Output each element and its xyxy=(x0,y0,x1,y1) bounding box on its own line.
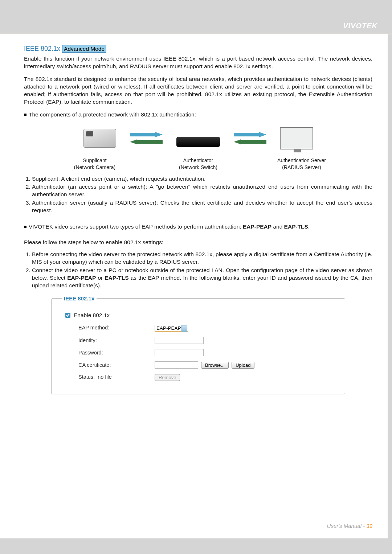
eap-peap-bold: EAP-PEAP xyxy=(243,223,271,230)
components-intro: The components of a protected network wi… xyxy=(24,111,372,119)
svg-marker-0 xyxy=(130,132,163,137)
supplicant-device-icon xyxy=(80,125,120,151)
upload-button[interactable]: Upload xyxy=(232,362,254,369)
svg-marker-1 xyxy=(130,139,163,144)
page-footer: User's Manual - 39 xyxy=(327,522,372,530)
password-input[interactable] xyxy=(155,349,204,356)
server-sub: (RADIUS Server) xyxy=(267,164,336,171)
step-2: Connect the video server to a PC or note… xyxy=(32,267,372,290)
password-label: Password: xyxy=(64,349,155,357)
eap-line-mid: and xyxy=(271,223,284,230)
eap-line-suffix: . xyxy=(308,223,310,230)
step-2-eap-peap: EAP-PEAP xyxy=(67,275,96,281)
supplicant-title: Supplicant xyxy=(60,157,129,164)
identity-label: Identity: xyxy=(64,337,155,344)
steps-intro: Please follow the steps below to enable … xyxy=(24,239,372,246)
section-heading: IEEE 802.1x Advanced Mode xyxy=(24,44,372,53)
bidir-arrows-2 xyxy=(234,132,266,144)
page-body: IEEE 802.1x Advanced Mode Enable this fu… xyxy=(0,34,388,538)
def-authenticator: Authenticator (an access point or a swit… xyxy=(32,183,372,198)
step-1: Before connecting the video server to th… xyxy=(32,251,372,266)
supplicant-label: Supplicant (Network Camera) xyxy=(60,157,129,171)
eap-line-prefix: VIVOTEK video servers support two types … xyxy=(29,223,243,230)
status-value: no file xyxy=(98,374,112,380)
bullet-square-icon xyxy=(24,226,26,228)
bidir-arrows-1 xyxy=(130,132,163,144)
section-title-prefix: IEEE 802.1x xyxy=(24,45,60,52)
ca-cert-label: CA certificate: xyxy=(64,362,155,369)
remove-button[interactable]: Remove xyxy=(155,374,180,381)
step-2-mid: or xyxy=(96,275,105,281)
browse-button[interactable]: Browse... xyxy=(201,362,229,369)
server-title: Authentication Server xyxy=(267,157,336,164)
def-supplicant: Supplicant: A client end user (camera), … xyxy=(32,175,372,183)
status-row: Status: no file xyxy=(64,374,155,381)
arrow-right-icon xyxy=(130,132,163,137)
identity-input[interactable] xyxy=(155,337,204,344)
enable-8021x-label: Enable 802.1x xyxy=(74,312,110,319)
server-device-icon xyxy=(277,125,317,151)
supplicant-sub: (Network Camera) xyxy=(60,164,129,171)
components-intro-text: The components of a protected network wi… xyxy=(29,111,196,119)
bullet-square-icon xyxy=(24,114,26,116)
arrow-left-icon xyxy=(234,139,266,144)
ca-cert-filename-input[interactable] xyxy=(155,361,198,369)
step-2-eap-tls: EAP-TLS xyxy=(105,275,128,281)
advanced-mode-badge: Advanced Mode xyxy=(62,45,106,53)
ieee-8021x-panel: IEEE 802.1x Enable 802.1x EAP method: EA… xyxy=(51,298,345,394)
eap-tls-bold: EAP-TLS xyxy=(284,223,308,230)
eap-method-select[interactable]: EAP-PEAP xyxy=(155,325,188,332)
brand-logo: VIVOTEK xyxy=(343,21,377,31)
def-server: Authentication server (usually a RADIUS … xyxy=(32,199,372,214)
arrow-right-icon xyxy=(234,132,266,137)
eap-methods-bullet: VIVOTEK video servers support two types … xyxy=(24,223,372,231)
eap-method-select-wrap[interactable]: EAP-PEAP xyxy=(155,324,188,332)
page-header: VIVOTEK xyxy=(0,0,392,34)
authenticator-device-icon xyxy=(173,125,224,151)
network-diagram: Supplicant (Network Camera) Authenticato… xyxy=(60,125,336,171)
component-definitions: Supplicant: A client end user (camera), … xyxy=(24,175,372,215)
steps-list: Before connecting the video server to th… xyxy=(24,251,372,290)
arrow-left-icon xyxy=(130,139,163,144)
enable-8021x-checkbox[interactable] xyxy=(65,313,70,318)
intro-paragraph-1: Enable this function if your network env… xyxy=(24,55,372,70)
status-prefix: Status: xyxy=(78,374,95,380)
authenticator-label: Authenticator (Network Switch) xyxy=(164,157,233,171)
svg-marker-3 xyxy=(234,139,266,144)
eap-method-label: EAP method: xyxy=(64,324,155,332)
footer-manual: User's Manual - xyxy=(327,523,367,529)
svg-marker-2 xyxy=(234,132,266,137)
authenticator-title: Authenticator xyxy=(164,157,233,164)
server-label: Authentication Server (RADIUS Server) xyxy=(267,157,336,171)
authenticator-sub: (Network Switch) xyxy=(164,164,233,171)
footer-page-number: 39 xyxy=(366,523,372,529)
intro-paragraph-2: The 802.1x standard is designed to enhan… xyxy=(24,75,372,106)
panel-legend: IEEE 802.1x xyxy=(62,295,97,302)
